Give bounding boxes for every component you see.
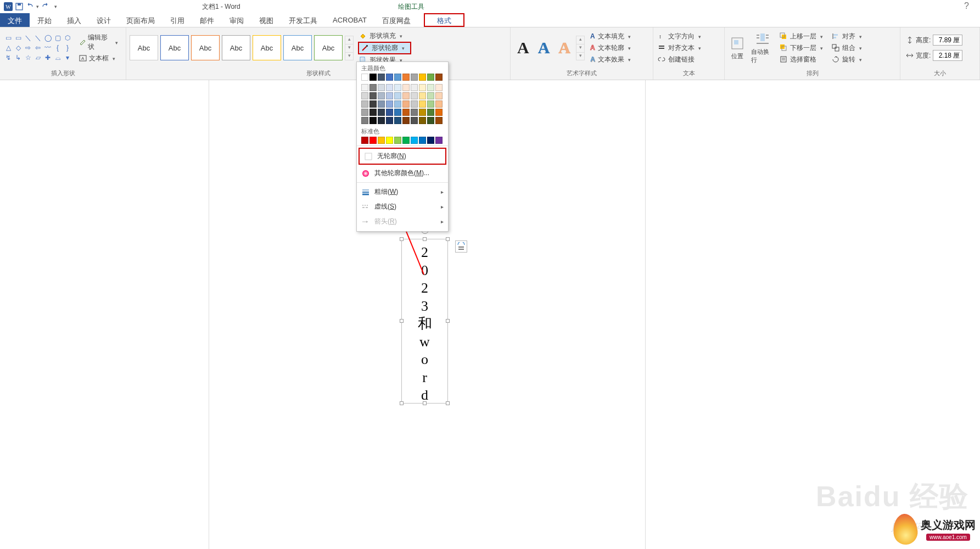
selected-textbox[interactable]: 2023和word [401,239,448,404]
shape-rrect-icon[interactable]: ▢ [53,33,63,42]
text-direction-button[interactable]: ↕文字方向 [657,31,702,42]
tab-design[interactable]: 设计 [89,13,119,27]
textbox-content[interactable]: 2023和word [402,239,447,405]
shape-polyline-icon[interactable]: ↯ [3,53,13,62]
undo-caret[interactable]: ▾ [36,4,39,9]
color-swatch[interactable] [419,92,426,99]
color-swatch[interactable] [361,92,368,99]
color-swatch[interactable] [378,109,385,116]
color-swatch[interactable] [378,117,385,124]
shape-line2-icon[interactable]: ＼ [33,33,43,42]
shape-brace2-icon[interactable]: } [63,43,72,52]
color-swatch[interactable] [411,137,418,144]
color-swatch[interactable] [402,117,410,124]
edit-shape-button[interactable]: 编辑形状 [77,32,120,53]
color-swatch[interactable] [361,109,368,116]
color-swatch[interactable] [435,109,443,116]
color-swatch[interactable] [361,137,368,144]
style-item-2[interactable]: Abc [191,35,220,60]
send-backward-button[interactable]: 下移一层 [779,42,824,54]
style-item-0[interactable]: Abc [130,35,158,60]
wordart-style-3[interactable]: A [555,37,574,58]
color-swatch[interactable] [427,100,434,108]
layout-options-button[interactable] [455,240,467,253]
color-swatch[interactable] [402,74,410,81]
color-swatch[interactable] [427,137,434,144]
text-effects-button[interactable]: A文本效果 [589,54,632,65]
shape-cross-icon[interactable]: ✚ [43,53,53,62]
tab-review[interactable]: 审阅 [222,13,251,27]
color-swatch[interactable] [361,74,368,81]
color-swatch[interactable] [419,74,426,81]
shape-more-icon[interactable]: ▾ [63,53,72,62]
color-swatch[interactable] [361,117,368,124]
tab-baidu[interactable]: 百度网盘 [374,13,418,27]
style-item-1[interactable]: Abc [160,35,189,60]
shapes-gallery[interactable]: ▭ ▭ ＼ ＼ ◯ ▢ ⬡ △ ◇ ⇨ ⇦ 〰 { } [3,33,72,62]
color-swatch[interactable] [435,117,443,124]
resize-handle-w[interactable] [400,319,404,323]
tab-file[interactable]: 文件 [0,13,30,27]
color-swatch[interactable] [394,137,401,144]
wordart-style-2[interactable]: A [535,37,553,58]
shape-cylinder-icon[interactable]: ⌓ [53,53,63,62]
color-swatch[interactable] [386,109,393,116]
textbox-button[interactable]: A文本框 [77,53,120,64]
tab-developer[interactable]: 开发工具 [281,13,325,27]
color-swatch[interactable] [386,100,393,108]
shape-connector-icon[interactable]: ↳ [13,53,23,62]
color-swatch[interactable] [386,117,393,124]
shape-line-icon[interactable]: ＼ [23,33,33,42]
color-swatch[interactable] [419,137,426,144]
color-swatch[interactable] [411,100,418,108]
no-outline-item[interactable]: 无轮廓(N) [359,148,446,165]
more-outline-colors-item[interactable]: 其他轮廓颜色(M)... [357,166,448,181]
color-swatch[interactable] [427,92,434,99]
wordart-style-1[interactable]: A [514,37,533,58]
color-swatch[interactable] [394,74,401,81]
color-swatch[interactable] [419,117,426,124]
color-swatch[interactable] [402,100,410,108]
color-swatch[interactable] [427,109,434,116]
color-swatch[interactable] [386,84,393,91]
shape-arrowr-icon[interactable]: ⇨ [23,43,33,52]
color-swatch[interactable] [394,109,401,116]
color-swatch[interactable] [386,92,393,99]
color-swatch[interactable] [369,74,377,81]
color-swatch[interactable] [419,100,426,108]
resize-handle-nw[interactable] [400,237,404,241]
position-button[interactable]: 位置 [726,30,749,65]
style-item-5[interactable]: Abc [283,35,312,60]
color-swatch[interactable] [411,117,418,124]
color-swatch[interactable] [378,84,385,91]
create-link-button[interactable]: 创建链接 [657,54,702,65]
color-swatch[interactable] [361,100,368,108]
color-swatch[interactable] [386,137,393,144]
help-icon[interactable]: ? [964,1,969,11]
wordart-gallery-scroll[interactable]: ▴▾▾ [576,36,585,60]
color-swatch[interactable] [394,92,401,99]
resize-handle-e[interactable] [446,319,450,323]
shape-oval-icon[interactable]: ◯ [43,33,53,42]
shape-diamond-icon[interactable]: ◇ [13,43,23,52]
tab-format[interactable]: 格式 [424,13,464,27]
color-swatch[interactable] [394,117,401,124]
style-item-3[interactable]: Abc [222,35,250,60]
tab-insert[interactable]: 插入 [59,13,89,27]
color-swatch[interactable] [427,84,434,91]
color-swatch[interactable] [369,117,377,124]
tab-home[interactable]: 开始 [30,13,59,27]
shape-tri-icon[interactable]: △ [3,43,13,52]
tab-acrobat[interactable]: ACROBAT [325,13,374,27]
wrap-text-button[interactable]: 自动换行 [751,30,774,65]
color-swatch[interactable] [411,92,418,99]
style-gallery-scroll[interactable]: ▴▾▾ [345,36,354,60]
shape-textbox-icon[interactable]: ▭ [3,33,13,42]
color-swatch[interactable] [402,84,410,91]
dashes-item[interactable]: 虚线(S) ▸ [357,199,448,214]
style-item-6[interactable]: Abc [314,35,343,60]
color-swatch[interactable] [402,109,410,116]
resize-handle-se[interactable] [446,401,450,405]
shape-flow-icon[interactable]: ▱ [33,53,43,62]
rotate-button[interactable]: 旋转 [831,54,863,65]
